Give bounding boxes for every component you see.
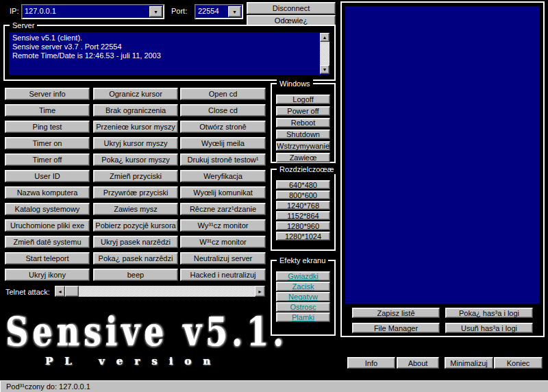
port-label: Port:	[171, 7, 187, 15]
scroll-down-icon: ▼	[323, 67, 327, 72]
remote-output-listbox[interactable]	[345, 6, 540, 304]
windows-buttons: Logoff Power off Reboot Shutdown Wstrzym…	[276, 95, 330, 162]
command-button[interactable]: Neutralizuj server	[180, 252, 266, 265]
command-button[interactable]: Pobierz pozycjê kursora	[93, 219, 178, 232]
app-logo: Sensive v5.1. PL version	[5, 308, 273, 367]
shutdown-button[interactable]: Shutdown	[276, 130, 330, 139]
ip-dropdown-button[interactable]: ▼	[149, 6, 162, 17]
exit-button[interactable]: Koniec	[494, 357, 543, 369]
scroll-down-button[interactable]: ▼	[320, 65, 329, 74]
file-manager-button[interactable]: File Manager	[352, 323, 440, 333]
log-line: Sensive server v3.7 . Port 22554	[9, 42, 330, 51]
command-button[interactable]: Ping test	[5, 121, 90, 133]
command-button[interactable]: Zmieñ datê systemu	[5, 236, 90, 248]
about-button[interactable]: About	[397, 357, 439, 369]
effect-button[interactable]: Negatyw	[276, 292, 330, 302]
effect-button[interactable]: Zacisk	[276, 282, 330, 291]
command-button[interactable]: Server info	[5, 88, 90, 100]
resolution-group-title: Rozdzielczoœæ	[277, 164, 336, 174]
windows-groupbox: Windows Logoff Power off Reboot Shutdown…	[271, 83, 336, 163]
scroll-right-button[interactable]: ►	[255, 286, 265, 297]
command-button[interactable]: Wy³¹cz monitor	[180, 219, 266, 232]
logoff-button[interactable]: Logoff	[276, 95, 330, 104]
command-button[interactable]: Wyœlij meila	[180, 137, 266, 149]
command-button[interactable]: Poka¿ pasek narzêdzi	[93, 252, 178, 265]
server-groupbox: Server Sensive v5.1 (client). Sensive se…	[3, 25, 336, 81]
scroll-left-button[interactable]: ◄	[55, 286, 65, 297]
command-button[interactable]: Zmieñ przyciski	[93, 170, 178, 182]
command-button[interactable]: Timer off	[5, 154, 90, 166]
command-button[interactable]: Poka¿ kursor myszy	[93, 154, 178, 166]
info-button[interactable]: Info	[347, 357, 395, 369]
command-button[interactable]: Rêczne zarz¹dzanie	[180, 203, 266, 215]
command-button[interactable]: Przywróæ przyciski	[93, 186, 178, 199]
suspend-button[interactable]: Wstrzymywanie	[276, 141, 330, 151]
scroll-left-icon: ◄	[58, 289, 62, 294]
resolution-button[interactable]: 1280*960	[276, 221, 330, 230]
server-log-listbox[interactable]: Sensive v5.1 (client). Sensive server v3…	[9, 32, 330, 75]
command-button[interactable]: Nazwa komputera	[5, 186, 90, 199]
server-log-scrollbar[interactable]: ▲ ▼	[320, 33, 329, 74]
command-button[interactable]: User ID	[5, 170, 90, 182]
log-line: Sensive v5.1 (client).	[9, 34, 330, 42]
command-button[interactable]: Ukryj ikony	[5, 269, 90, 281]
command-button[interactable]: Katalog systemowy	[5, 203, 90, 215]
ip-combobox[interactable]: 127.0.0.1 ▼	[21, 4, 164, 19]
effect-button[interactable]: Gwiazdki	[276, 271, 330, 281]
command-button[interactable]: W³¹cz monitor	[180, 236, 266, 248]
delete-passwords-logs-button[interactable]: Usuñ has³a i logi	[445, 323, 533, 333]
command-button[interactable]: Ogranicz kursor	[93, 88, 178, 100]
command-button[interactable]: Time	[5, 104, 90, 117]
resolution-button[interactable]: 1280*1024	[276, 232, 330, 241]
port-combobox[interactable]: 22554 ▼	[195, 4, 243, 19]
reboot-button[interactable]: Reboot	[276, 118, 330, 127]
scroll-up-button[interactable]: ▲	[320, 33, 329, 42]
ip-label: IP:	[10, 7, 18, 15]
command-button[interactable]: Wyœlij komunikat	[180, 186, 266, 199]
scroll-track[interactable]	[79, 286, 255, 297]
command-button[interactable]: Uruchomione pliki exe	[5, 219, 90, 232]
command-button[interactable]: Timer on	[5, 137, 90, 149]
resolution-button[interactable]: 1240*768	[276, 201, 330, 210]
windows-group-title: Windows	[277, 79, 313, 88]
app-window: IP: 127.0.0.1 ▼ Port: 22554 ▼ Disconnect…	[0, 0, 548, 392]
scroll-up-icon: ▲	[323, 35, 327, 40]
resolution-button[interactable]: 1152*864	[276, 211, 330, 220]
telnet-attack-scrollbar[interactable]: ◄ ►	[55, 286, 265, 297]
command-button[interactable]: Drukuj stronê testow¹	[180, 154, 266, 166]
command-button[interactable]: beep	[93, 269, 178, 281]
scroll-thumb[interactable]	[65, 286, 79, 297]
resolution-button[interactable]: 800*600	[276, 191, 330, 199]
command-button[interactable]: Ukryj pasek narzêdzi	[93, 236, 178, 248]
resolution-button[interactable]: 640*480	[276, 180, 330, 189]
command-button[interactable]: Ukryj kursor myszy	[93, 137, 178, 149]
command-button[interactable]: Brak ograniczenia	[93, 104, 178, 117]
command-column-1: Server info Time Ping test Timer on Time…	[5, 88, 90, 281]
command-button[interactable]: Open cd	[180, 88, 266, 100]
save-list-button[interactable]: Zapisz listê	[352, 308, 440, 318]
minimize-button[interactable]: Minimalizuj	[445, 357, 493, 369]
chevron-down-icon: ▼	[232, 10, 237, 14]
command-button[interactable]: Otwórz stronê	[180, 121, 266, 133]
hang-button[interactable]: Zawieœ	[276, 153, 330, 162]
poweroff-button[interactable]: Power off	[276, 106, 330, 116]
show-passwords-logs-button[interactable]: Poka¿ has³a i logi	[445, 308, 533, 318]
scroll-track[interactable]	[320, 42, 329, 65]
status-bar: Pod³¹czony do: 127.0.0.1	[0, 380, 548, 392]
resolution-buttons: 640*480 800*600 1240*768 1152*864 1280*9…	[276, 180, 330, 241]
scroll-right-icon: ►	[258, 289, 262, 294]
command-button[interactable]: Zawies mysz	[93, 203, 178, 215]
command-button[interactable]: Weryfikacja	[180, 170, 266, 182]
command-button[interactable]: Start teleport	[5, 252, 90, 265]
status-text: Pod³¹czony do: 127.0.0.1	[6, 382, 90, 391]
server-group-title: Server	[10, 21, 37, 30]
command-button[interactable]: Hacked i neutralizuj	[180, 269, 266, 281]
command-button[interactable]: Close cd	[180, 104, 266, 117]
command-button[interactable]: Przenieœ kursor myszy	[93, 121, 178, 133]
ip-value[interactable]: 127.0.0.1	[22, 5, 148, 19]
disconnect-button[interactable]: Disconnect	[247, 2, 336, 14]
telnet-attack-label: Telnet attack:	[5, 288, 50, 296]
logo-subtitle: PL version	[45, 355, 273, 367]
port-dropdown-button[interactable]: ▼	[228, 6, 241, 17]
port-value[interactable]: 22554	[195, 5, 227, 19]
